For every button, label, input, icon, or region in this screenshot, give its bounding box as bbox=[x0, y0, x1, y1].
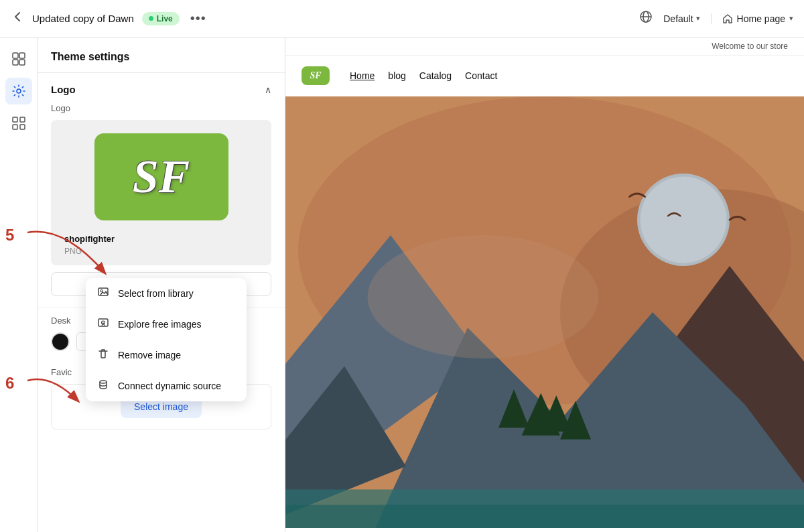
nav-link-contact[interactable]: Contact bbox=[465, 70, 497, 81]
svg-rect-5 bbox=[13, 60, 18, 65]
settings-header: Theme settings bbox=[38, 38, 285, 73]
logo-format: PNG bbox=[64, 247, 82, 256]
database-icon bbox=[96, 379, 110, 393]
dropdown-item-connect-dynamic[interactable]: Connect dynamic source bbox=[86, 371, 247, 401]
back-icon[interactable] bbox=[11, 10, 24, 27]
dropdown-item-remove-image[interactable]: Remove image bbox=[86, 340, 247, 371]
svg-rect-10 bbox=[13, 125, 17, 129]
logo-section-title: Logo bbox=[51, 84, 76, 95]
svg-point-28 bbox=[100, 381, 107, 383]
trash-icon bbox=[96, 348, 110, 362]
sidebar-item-sections[interactable] bbox=[5, 46, 32, 72]
change-dropdown-menu: Select from library Explore free images … bbox=[86, 278, 247, 401]
live-badge: Live bbox=[142, 12, 180, 25]
logo-field-label: Logo bbox=[51, 103, 271, 113]
explore-icon bbox=[96, 317, 110, 332]
top-navigation: Updated copy of Dawn Live ••• Default ▾ … bbox=[0, 0, 804, 38]
logo-sf-text: SF bbox=[133, 150, 190, 204]
sidebar-item-apps[interactable] bbox=[5, 110, 32, 137]
logo-sf-box: SF bbox=[94, 133, 228, 220]
homepage-dropdown[interactable]: Home page ▾ bbox=[722, 13, 793, 24]
svg-point-25 bbox=[100, 290, 103, 292]
svg-rect-9 bbox=[20, 117, 25, 122]
globe-icon bbox=[639, 10, 653, 27]
store-topbar: Welcome to our store bbox=[285, 38, 804, 56]
sidebar-item-settings[interactable] bbox=[5, 78, 32, 105]
svg-rect-22 bbox=[285, 505, 804, 529]
nav-link-home[interactable]: Home bbox=[350, 70, 375, 81]
dropdown-item-explore-images[interactable]: Explore free images bbox=[86, 309, 247, 340]
theme-title: Updated copy of Dawn bbox=[32, 13, 134, 24]
store-nav-links: Home blog Catalog Contact bbox=[350, 70, 497, 81]
store-logo-mini: SF bbox=[302, 66, 330, 85]
nav-right: Default ▾ Home page ▾ bbox=[639, 10, 793, 27]
svg-point-7 bbox=[17, 89, 21, 93]
logo-section: Logo SF shopifighter PNG Change ▾ bbox=[38, 103, 285, 307]
svg-rect-4 bbox=[19, 53, 25, 58]
logo-filename: shopifighter bbox=[64, 234, 115, 244]
homepage-chevron-icon: ▾ bbox=[789, 14, 793, 23]
logo-preview-container: SF shopifighter PNG bbox=[51, 120, 271, 265]
svg-point-16 bbox=[641, 177, 727, 263]
nav-link-catalog[interactable]: Catalog bbox=[419, 70, 452, 81]
store-nav: SF Home blog Catalog Contact bbox=[285, 56, 804, 96]
color-swatch[interactable] bbox=[51, 332, 70, 351]
logo-image-wrapper: SF bbox=[51, 120, 271, 234]
live-dot bbox=[149, 16, 153, 21]
icon-sidebar bbox=[0, 38, 38, 532]
home-icon bbox=[722, 13, 733, 24]
more-menu-icon[interactable]: ••• bbox=[190, 11, 206, 26]
logo-section-header: Logo ∧ bbox=[38, 73, 285, 103]
default-dropdown[interactable]: Default ▾ bbox=[663, 13, 711, 24]
svg-rect-3 bbox=[13, 53, 18, 58]
svg-rect-6 bbox=[19, 60, 25, 65]
collapse-icon[interactable]: ∧ bbox=[265, 84, 271, 95]
preview-area: Welcome to our store SF Home blog Catalo… bbox=[285, 38, 804, 532]
settings-title: Theme settings bbox=[51, 51, 129, 62]
dropdown-item-select-library[interactable]: Select from library bbox=[86, 278, 247, 309]
nav-link-blog[interactable]: blog bbox=[388, 70, 405, 81]
svg-point-23 bbox=[368, 235, 599, 358]
svg-rect-8 bbox=[13, 117, 17, 122]
library-icon bbox=[96, 286, 110, 301]
default-chevron-icon: ▾ bbox=[696, 14, 700, 23]
store-hero bbox=[285, 96, 804, 528]
svg-rect-11 bbox=[20, 125, 25, 129]
